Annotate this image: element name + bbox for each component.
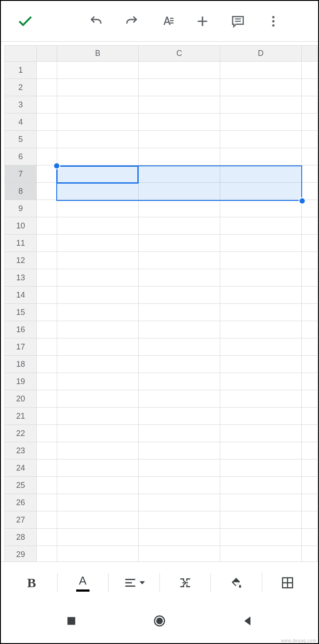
cell[interactable] — [37, 321, 57, 338]
cell[interactable] — [139, 494, 220, 511]
row-header[interactable]: 28 — [5, 529, 37, 546]
cell[interactable] — [139, 390, 220, 408]
cell[interactable] — [302, 235, 318, 252]
select-all-corner[interactable] — [5, 46, 37, 62]
cell[interactable] — [220, 425, 302, 442]
cell[interactable] — [37, 62, 57, 79]
cell[interactable] — [57, 165, 139, 183]
cell[interactable] — [302, 62, 318, 79]
cell[interactable] — [37, 200, 57, 217]
cell[interactable] — [37, 477, 57, 494]
cell[interactable] — [302, 217, 318, 235]
row-header[interactable]: 24 — [5, 459, 37, 477]
row-header[interactable]: 15 — [5, 304, 37, 321]
cell[interactable] — [57, 235, 139, 252]
cell[interactable] — [57, 217, 139, 235]
cell[interactable] — [220, 114, 302, 131]
cell[interactable] — [302, 408, 318, 425]
cell[interactable] — [139, 217, 220, 235]
cell[interactable] — [57, 442, 139, 459]
cell[interactable] — [57, 114, 139, 131]
align-button[interactable] — [109, 569, 160, 596]
cell[interactable] — [139, 304, 220, 321]
cell[interactable] — [37, 546, 57, 562]
column-header-e-partial[interactable] — [302, 46, 318, 62]
cell[interactable] — [37, 356, 57, 373]
cell[interactable] — [57, 373, 139, 390]
row-header[interactable]: 11 — [5, 235, 37, 252]
cell[interactable] — [37, 79, 57, 96]
nav-recents-button[interactable] — [62, 612, 80, 630]
cell[interactable] — [220, 252, 302, 269]
cell[interactable] — [139, 287, 220, 304]
cell[interactable] — [37, 96, 57, 114]
row-header[interactable]: 18 — [5, 356, 37, 373]
cell[interactable] — [139, 477, 220, 494]
row-header[interactable]: 10 — [5, 217, 37, 235]
cell[interactable] — [139, 511, 220, 529]
fill-color-button[interactable] — [211, 569, 262, 596]
cell[interactable] — [302, 511, 318, 529]
cell[interactable] — [57, 79, 139, 96]
cell[interactable] — [57, 390, 139, 408]
cell[interactable] — [57, 62, 139, 79]
cell[interactable] — [139, 148, 220, 165]
cell[interactable] — [139, 425, 220, 442]
cell[interactable] — [57, 131, 139, 148]
row-header[interactable]: 8 — [5, 183, 37, 200]
cell[interactable] — [139, 408, 220, 425]
cell[interactable] — [57, 477, 139, 494]
cell[interactable] — [302, 529, 318, 546]
cell[interactable] — [220, 304, 302, 321]
cell[interactable] — [302, 148, 318, 165]
cell[interactable] — [57, 511, 139, 529]
cell[interactable] — [220, 321, 302, 338]
row-header[interactable]: 29 — [5, 546, 37, 562]
cell[interactable] — [220, 459, 302, 477]
cell[interactable] — [139, 200, 220, 217]
cell[interactable] — [220, 79, 302, 96]
cell[interactable] — [220, 511, 302, 529]
cell[interactable] — [57, 96, 139, 114]
cell[interactable] — [220, 477, 302, 494]
row-header[interactable]: 20 — [5, 390, 37, 408]
cell[interactable] — [220, 338, 302, 356]
row-header[interactable]: 17 — [5, 338, 37, 356]
cell[interactable] — [57, 408, 139, 425]
cell[interactable] — [57, 425, 139, 442]
cell[interactable] — [220, 148, 302, 165]
cell[interactable] — [139, 235, 220, 252]
cell[interactable] — [37, 373, 57, 390]
cell[interactable] — [139, 442, 220, 459]
cell[interactable] — [302, 252, 318, 269]
cell[interactable] — [220, 442, 302, 459]
cell[interactable] — [302, 459, 318, 477]
row-header[interactable]: 3 — [5, 96, 37, 114]
cell[interactable] — [302, 165, 318, 183]
cell[interactable] — [139, 356, 220, 373]
row-header[interactable]: 22 — [5, 425, 37, 442]
cell[interactable] — [37, 252, 57, 269]
cell[interactable] — [57, 546, 139, 562]
cell[interactable] — [302, 114, 318, 131]
cell[interactable] — [139, 546, 220, 562]
cell[interactable] — [37, 338, 57, 356]
cell[interactable] — [37, 269, 57, 287]
cell[interactable] — [302, 390, 318, 408]
cell[interactable] — [139, 131, 220, 148]
row-header[interactable]: 13 — [5, 269, 37, 287]
cell[interactable] — [220, 200, 302, 217]
cell[interactable] — [139, 79, 220, 96]
text-format-button[interactable] — [149, 4, 185, 39]
row-header[interactable]: 6 — [5, 148, 37, 165]
cell[interactable] — [139, 165, 220, 183]
column-header-a-partial[interactable] — [37, 46, 57, 62]
cell[interactable] — [37, 183, 57, 200]
cell[interactable] — [57, 304, 139, 321]
cell[interactable] — [139, 96, 220, 114]
column-header-c[interactable]: C — [139, 46, 220, 62]
cell[interactable] — [37, 390, 57, 408]
cell[interactable] — [57, 494, 139, 511]
insert-button[interactable] — [185, 4, 220, 39]
cell[interactable] — [220, 529, 302, 546]
